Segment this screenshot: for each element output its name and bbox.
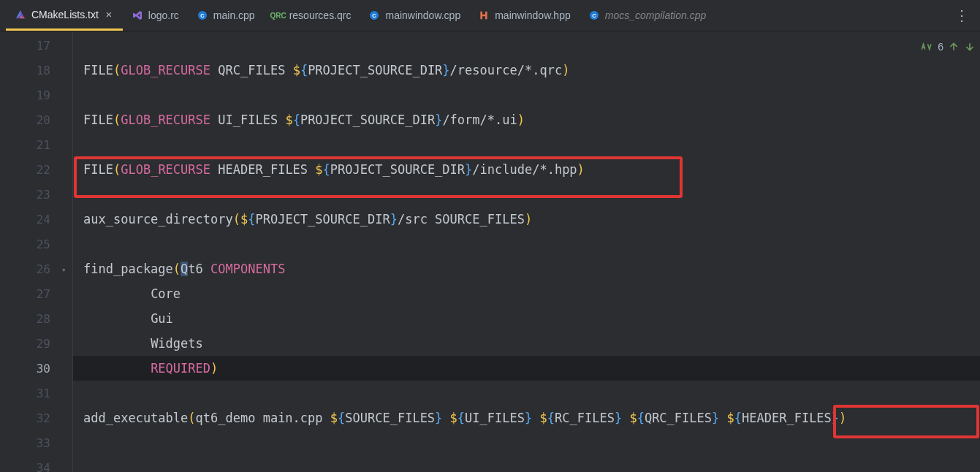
code-line[interactable]: Core — [73, 281, 980, 306]
line-number[interactable]: 34 — [0, 455, 72, 472]
gutter: 17181920212223242526▾2728293031323334 — [0, 31, 73, 472]
code-token: PROJECT_SOURCE_DIR — [300, 113, 435, 127]
line-number[interactable]: 20 — [0, 107, 72, 132]
tab-mainwindow-cpp[interactable]: Cmainwindow.cpp — [360, 0, 469, 31]
line-number[interactable]: 17 — [0, 33, 72, 58]
close-icon[interactable]: × — [104, 9, 114, 20]
code-token: ) — [210, 361, 218, 376]
code-token: GLOB_RECURSE — [121, 113, 210, 127]
tab-label: logo.rc — [148, 9, 179, 21]
code-token: } — [712, 411, 719, 425]
code-line[interactable] — [73, 430, 980, 455]
code-line[interactable]: Gui — [73, 306, 980, 331]
line-number[interactable]: 23 — [0, 182, 72, 207]
code-token — [532, 411, 539, 425]
code-token: } — [465, 162, 472, 177]
tab-overflow-icon[interactable]: ⋮ — [944, 0, 980, 31]
code-token: ) — [525, 212, 532, 227]
line-number[interactable]: 27 — [0, 281, 72, 306]
line-number[interactable]: 29 — [0, 331, 72, 356]
code-token: } — [442, 63, 449, 77]
tab-label: mocs_compilation.cpp — [605, 9, 707, 21]
tab-label: mainwindow.hpp — [495, 9, 571, 21]
code-line[interactable]: Widgets — [73, 331, 980, 356]
tab-label: CMakeLists.txt — [31, 9, 99, 20]
code-token: ( — [113, 162, 121, 177]
code-token: { — [323, 162, 330, 177]
line-number[interactable]: 30 — [0, 356, 72, 381]
code-token: $ — [315, 162, 322, 177]
code-token: t6 — [188, 262, 210, 276]
line-number[interactable]: 21 — [0, 132, 72, 157]
tab-main-cpp[interactable]: Cmain.cpp — [188, 0, 264, 31]
code-token: ( — [188, 411, 195, 425]
code-token: $ — [330, 411, 338, 425]
line-number[interactable]: 28 — [0, 306, 72, 331]
line-number[interactable]: 22 — [0, 157, 72, 182]
code-token: $ — [629, 411, 637, 425]
code-line[interactable]: FILE(GLOB_RECURSE UI_FILES ${PROJECT_SOU… — [73, 107, 980, 132]
vs-icon — [132, 9, 143, 21]
code-token: $ — [727, 411, 734, 425]
code-token: { — [637, 411, 645, 425]
tab-label: main.cpp — [213, 9, 255, 21]
code-token: { — [547, 411, 555, 425]
code-token: ) — [517, 113, 525, 127]
tab-label: mainwindow.cpp — [385, 9, 460, 21]
code-line[interactable] — [73, 83, 980, 107]
code-area[interactable]: 6 FILE(GLOB_RECURSE QRC_FILES ${PROJECT_… — [73, 31, 980, 472]
code-token: } — [390, 212, 398, 227]
code-token: find_package — [83, 262, 173, 276]
svg-text:C: C — [592, 12, 596, 19]
code-token: add_executable — [83, 411, 188, 425]
code-token: $ — [293, 63, 300, 77]
tab-mocs_compilation-cpp[interactable]: Cmocs_compilation.cpp — [580, 0, 715, 31]
line-number[interactable]: 19 — [0, 83, 72, 107]
code-token: RC_FILES — [555, 411, 615, 425]
line-number[interactable]: 24 — [0, 207, 72, 232]
cpp-icon: C — [588, 9, 600, 21]
code-token: } — [525, 411, 532, 425]
line-number[interactable]: 33 — [0, 430, 72, 455]
code-line[interactable] — [73, 132, 980, 157]
code-line[interactable]: add_executable(qt6_demo main.cpp ${SOURC… — [73, 406, 980, 430]
code-line[interactable]: REQUIRED) — [73, 356, 980, 381]
line-number[interactable]: 31 — [0, 381, 72, 406]
line-number[interactable]: 18 — [0, 58, 72, 83]
code-line[interactable] — [73, 232, 980, 256]
code-line[interactable]: FILE(GLOB_RECURSE HEADER_FILES ${PROJECT… — [73, 157, 980, 182]
tab-cmakelists-txt[interactable]: CMakeLists.txt× — [6, 0, 123, 31]
code-line[interactable] — [73, 33, 980, 58]
line-number[interactable]: 32 — [0, 406, 72, 430]
code-token: } — [832, 411, 839, 425]
code-line[interactable]: aux_source_directory(${PROJECT_SOURCE_DI… — [73, 207, 980, 232]
code-token: } — [615, 411, 622, 425]
code-token: PROJECT_SOURCE_DIR — [308, 63, 442, 77]
tab-resources-qrc[interactable]: QRCresources.qrc — [264, 0, 360, 31]
code-token: REQUIRED — [151, 361, 210, 376]
code-line[interactable] — [73, 455, 980, 472]
code-token: FILE — [83, 113, 113, 127]
code-token: GLOB_RECURSE — [121, 63, 210, 77]
code-token: /resource/*.qrc — [450, 63, 563, 77]
code-token: { — [300, 63, 308, 77]
code-token: { — [457, 411, 465, 425]
code-line[interactable]: FILE(GLOB_RECURSE QRC_FILES ${PROJECT_SO… — [73, 58, 980, 83]
fold-icon[interactable]: ▾ — [61, 265, 67, 275]
code-token: UI_FILES — [465, 411, 525, 425]
code-line[interactable] — [73, 182, 980, 207]
code-token: ) — [562, 63, 569, 77]
code-line[interactable] — [73, 381, 980, 406]
svg-text:C: C — [200, 12, 205, 19]
code-token: /form/*.ui — [442, 113, 517, 127]
tab-label: resources.qrc — [289, 9, 352, 21]
code-token: SOURCE_FILES — [345, 411, 435, 425]
tab-logo-rc[interactable]: logo.rc — [123, 0, 188, 31]
line-number[interactable]: 25 — [0, 232, 72, 256]
code-token: { — [293, 113, 300, 127]
code-line[interactable]: find_package(Qt6 COMPONENTS — [73, 256, 980, 281]
code-token: $ — [450, 411, 457, 425]
code-token: ( — [233, 212, 240, 227]
tab-mainwindow-hpp[interactable]: mainwindow.hpp — [469, 0, 580, 31]
code-token: } — [435, 113, 442, 127]
